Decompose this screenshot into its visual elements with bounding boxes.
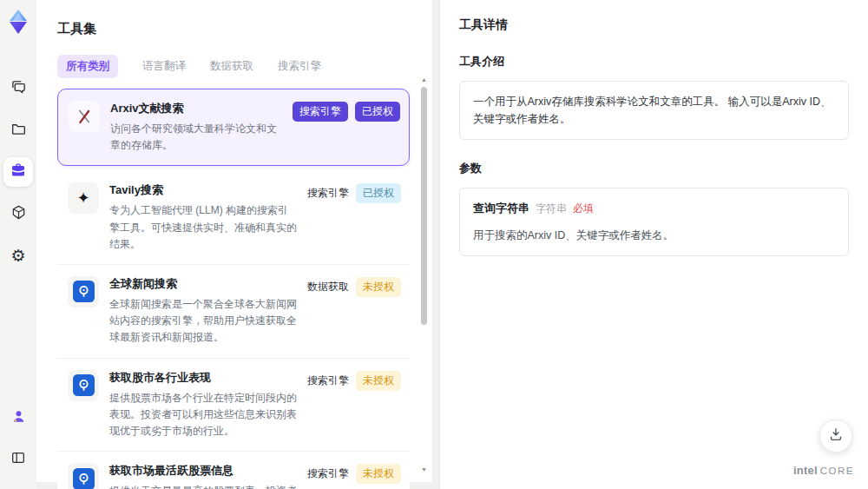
category-tabs: 所有类别 语言翻译 数据获取 搜索引擎	[57, 55, 432, 78]
tool-name: 获取市场最活跃股票信息	[109, 463, 297, 479]
tool-item-most-active-stocks[interactable]: 获取市场最活跃股票信息 提供当天交易量最高的股票列表，投资者可以利用这些信息来识…	[57, 452, 410, 489]
chat-icon	[10, 79, 27, 99]
tool-item-tavily[interactable]: ✦ Tavily搜索 专为人工智能代理 (LLM) 构建的搜索引擎工具。可快速提…	[57, 171, 410, 265]
auth-status-badge: 未授权	[356, 277, 401, 297]
download-icon	[828, 426, 844, 446]
tool-name: 全球新闻搜索	[109, 276, 297, 292]
param-required-badge: 必填	[573, 201, 594, 217]
sidebar-item-chat[interactable]	[3, 74, 33, 103]
tool-list: Arxiv文献搜索 访问各个研究领域大量科学论文和文章的存储库。 搜索引擎 已授…	[36, 87, 432, 489]
scroll-down-icon[interactable]: ▼	[420, 466, 428, 473]
tab-language-translation[interactable]: 语言翻译	[142, 55, 186, 78]
briefcase-icon	[10, 162, 27, 182]
tool-intro-box: 一个用于从Arxiv存储库搜索科学论文和文章的工具。 输入可以是Arxiv ID…	[459, 81, 849, 140]
sidebar-item-files[interactable]	[3, 116, 33, 145]
scroll-up-icon[interactable]: ▲	[420, 76, 428, 83]
details-title: 工具详情	[459, 17, 849, 33]
download-button[interactable]	[819, 420, 852, 453]
category-badge: 搜索引擎	[293, 102, 348, 122]
tool-item-sector-performance[interactable]: 获取股市各行业表现 提供股票市场各个行业在特定时间段内的表现。投资者可以利用这些…	[57, 359, 410, 453]
collapse-panel-button[interactable]	[3, 445, 33, 474]
tool-item-global-news[interactable]: 全球新闻搜索 全球新闻搜索是一个聚合全球各大新闻网站内容的搜索引擎，帮助用户快速…	[57, 265, 410, 359]
sidebar-item-settings[interactable]: ⚙	[3, 241, 33, 270]
auth-status-badge: 未授权	[356, 371, 401, 391]
category-label: 搜索引擎	[307, 464, 349, 484]
tavily-icon: ✦	[68, 182, 99, 214]
news-search-icon	[68, 463, 99, 489]
news-search-icon	[68, 370, 99, 401]
category-label: 搜索引擎	[307, 371, 349, 391]
intel-core-logo: intelCORE	[793, 464, 854, 477]
category-label: 搜索引擎	[307, 183, 349, 203]
arxiv-icon	[69, 101, 100, 132]
tool-details-panel: 工具详情 工具介绍 一个用于从Arxiv存储库搜索科学论文和文章的工具。 输入可…	[439, 0, 868, 489]
tool-name: Arxiv文献搜索	[110, 101, 282, 116]
person-icon	[10, 408, 27, 428]
tool-item-arxiv[interactable]: Arxiv文献搜索 访问各个研究领域大量科学论文和文章的存储库。 搜索引擎 已授…	[57, 89, 410, 166]
news-search-icon	[68, 276, 99, 307]
panel-split-icon	[10, 450, 26, 469]
gear-icon: ⚙	[10, 248, 25, 264]
tool-description: 访问各个研究领域大量科学论文和文章的存储库。	[110, 121, 282, 154]
tool-description: 提供当天交易量最高的股票列表，投资者可以利用这些信息来识别流动性强的股票和潜在的…	[109, 483, 297, 489]
auth-status-badge: 未授权	[356, 464, 401, 484]
brand-intel-text: intel	[793, 464, 818, 477]
tab-search-engine[interactable]: 搜索引擎	[278, 55, 321, 78]
scrollbar-thumb[interactable]	[421, 87, 427, 325]
auth-status-badge: 已授权	[356, 183, 401, 203]
tool-description: 全球新闻搜索是一个聚合全球各大新闻网站内容的搜索引擎，帮助用户快速获取全球最新资…	[109, 296, 297, 347]
param-description: 用于搜索的Arxiv ID、关键字或作者姓名。	[473, 227, 835, 244]
category-label: 数据获取	[307, 277, 349, 297]
sidebar-item-packages[interactable]	[3, 199, 33, 228]
cube-icon	[10, 204, 27, 224]
tool-description: 提供股票市场各个行业在特定时间段内的表现。投资者可以利用这些信息来识别表现优于或…	[109, 390, 297, 440]
sidebar-item-tools[interactable]	[3, 157, 33, 187]
left-rail: ⚙	[0, 0, 36, 489]
folder-icon	[10, 121, 27, 141]
intro-heading: 工具介绍	[459, 54, 849, 69]
param-name: 查询字符串	[473, 200, 529, 218]
parameter-box: 查询字符串 字符串 必填 用于搜索的Arxiv ID、关键字或作者姓名。	[459, 188, 849, 256]
tool-list-panel: 工具集 所有类别 语言翻译 数据获取 搜索引擎 Arxiv文献搜索 访问各个研究…	[36, 0, 432, 482]
app-logo-icon	[7, 9, 30, 38]
tool-description: 专为人工智能代理 (LLM) 构建的搜索引擎工具。可快速提供实时、准确和真实的结…	[109, 202, 297, 253]
list-scrollbar[interactable]: ▲ ▼	[420, 76, 428, 473]
tool-intro-text: 一个用于从Arxiv存储库搜索科学论文和文章的工具。 输入可以是Arxiv ID…	[473, 96, 832, 125]
brand-core-text: CORE	[820, 466, 854, 476]
params-heading: 参数	[459, 161, 849, 176]
tool-name: Tavily搜索	[109, 182, 297, 198]
page-title: 工具集	[57, 21, 432, 37]
tool-name: 获取股市各行业表现	[109, 370, 297, 386]
tab-all-categories[interactable]: 所有类别	[57, 55, 118, 78]
tab-data-fetching[interactable]: 数据获取	[210, 55, 253, 78]
user-avatar[interactable]	[3, 403, 33, 433]
auth-status-badge: 已授权	[355, 102, 400, 122]
param-type: 字符串	[536, 201, 567, 217]
